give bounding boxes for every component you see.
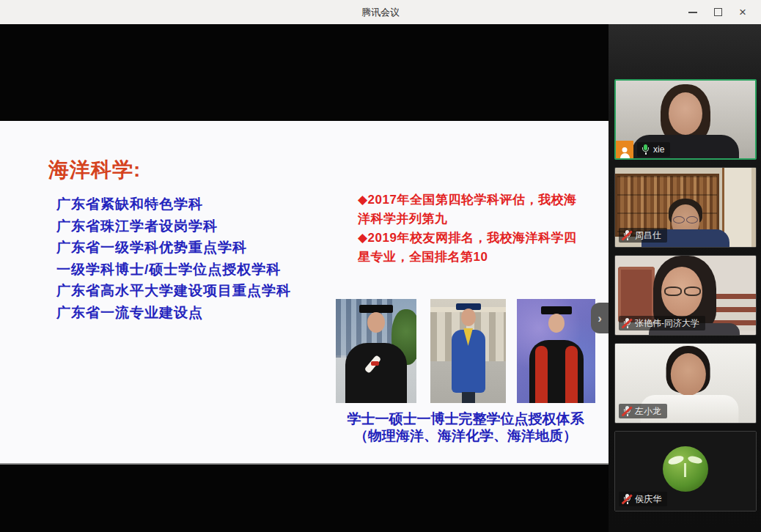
participant-nameplate: 左小龙 — [619, 404, 667, 418]
chevron-right-icon: › — [598, 312, 602, 325]
participant-name: 周昌仕 — [635, 229, 661, 242]
graduate-figure — [336, 299, 416, 403]
host-badge-icon — [616, 141, 633, 158]
graduate-bachelor-photo — [336, 299, 416, 403]
participant-tile-hou-qinghua[interactable]: 侯庆华 — [614, 431, 757, 511]
mic-muted-icon — [622, 318, 632, 329]
participant-nameplate: 侯庆华 — [619, 492, 667, 506]
participant-tile-zhou-changshi[interactable]: 周昌仕 — [614, 167, 757, 248]
photo-stone-columns — [430, 312, 506, 361]
bullet-list: 广东省紧缺和特色学科 广东省珠江学者设岗学科 广东省一级学科优势重点学科 一级学… — [56, 193, 291, 323]
participants-sidebar: xie 周昌仕 张艳伟-同济大学 — [609, 24, 761, 532]
participant-status-row: xie — [616, 141, 670, 158]
mic-muted-icon — [622, 494, 632, 505]
photo-buildings-background — [336, 299, 392, 358]
participant-nameplate: xie — [637, 142, 670, 157]
tencent-meeting-window: 腾讯会议 × 海洋科学: 广东省紧缺和特色学科 广东省珠江学者设岗学科 广东省一… — [0, 0, 761, 532]
participant-tile-zuo-xiaolong[interactable]: 左小龙 — [614, 343, 757, 424]
presentation-slide: 海洋科学: 广东省紧缺和特色学科 广东省珠江学者设岗学科 广东省一级学科优势重点… — [0, 121, 609, 465]
close-icon: × — [739, 6, 746, 18]
close-button[interactable]: × — [730, 0, 755, 24]
photo-balustrade — [430, 307, 506, 312]
graduate-figure — [430, 299, 506, 403]
graduate-master-photo — [430, 299, 506, 403]
participant-nameplate: 周昌仕 — [619, 228, 667, 243]
participant-name: xie — [653, 144, 664, 155]
mic-muted-icon — [622, 406, 632, 417]
participant-name: 侯庆华 — [635, 493, 661, 506]
participant-name: 左小龙 — [635, 405, 661, 418]
titlebar: 腾讯会议 × — [0, 0, 761, 24]
photo-caption: 学士一硕士一博士完整学位点授权体系 （物理海洋、海洋化学、海洋地质） — [331, 410, 600, 444]
mic-on-icon — [640, 144, 650, 155]
minimize-button[interactable] — [680, 0, 705, 24]
photo-tree — [391, 309, 416, 365]
maximize-button[interactable] — [705, 0, 730, 24]
mic-muted-icon — [622, 230, 632, 241]
highlight-item: ◆2019年校友网排名，我校海洋科学四星专业，全国排名第10 — [358, 229, 586, 267]
participant-tile-xie[interactable]: xie — [614, 79, 757, 160]
bullet-item: 广东省珠江学者设岗学科 — [56, 215, 291, 237]
window-controls: × — [680, 0, 755, 24]
participant-tile-zhang-yanwei[interactable]: 张艳伟-同济大学 — [614, 255, 757, 336]
caption-line: 学士一硕士一博士完整学位点授权体系 — [331, 410, 600, 427]
bullet-item: 广东省紧缺和特色学科 — [56, 193, 291, 215]
participant-nameplate: 张艳伟-同济大学 — [619, 316, 705, 330]
window-title: 腾讯会议 — [0, 0, 761, 24]
sidebar-collapse-handle[interactable]: › — [591, 303, 609, 333]
graduate-doctor-photo — [517, 299, 595, 403]
highlight-notes: ◆2017年全国第四轮学科评估，我校海洋科学并列第九 ◆2019年校友网排名，我… — [358, 191, 586, 267]
caption-line: （物理海洋、海洋化学、海洋地质） — [331, 427, 600, 444]
bullet-item: 广东省高水平大学建设项目重点学科 — [56, 280, 291, 302]
graduate-figure — [517, 299, 595, 403]
bullet-item: 广东省一级学科优势重点学科 — [56, 237, 291, 259]
bullet-item: 广东省一流专业建设点 — [56, 302, 291, 324]
highlight-item: ◆2017年全国第四轮学科评估，我校海洋科学并列第九 — [358, 191, 586, 229]
bullet-item: 一级学科博士/硕士学位点授权学科 — [56, 259, 291, 281]
shared-screen-area: 海洋科学: 广东省紧缺和特色学科 广东省珠江学者设岗学科 广东省一级学科优势重点… — [0, 24, 609, 532]
minimize-icon — [688, 12, 697, 13]
slide-heading: 海洋科学: — [48, 156, 141, 184]
participant-name: 张艳伟-同济大学 — [635, 317, 699, 330]
maximize-icon — [714, 8, 722, 16]
